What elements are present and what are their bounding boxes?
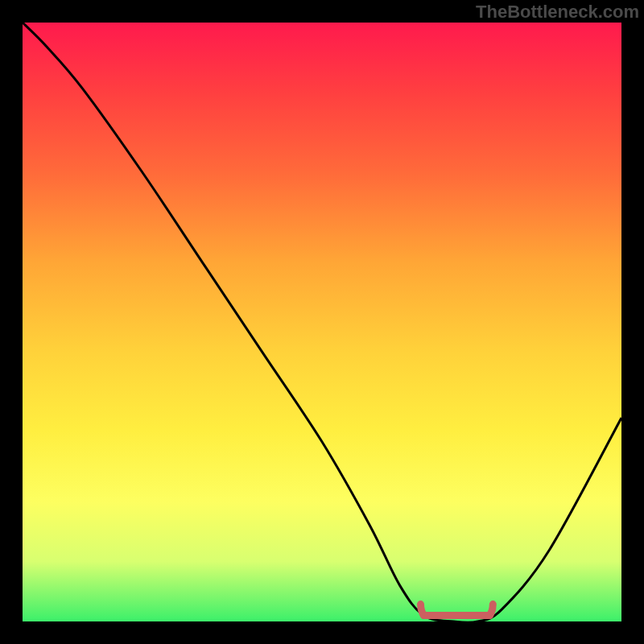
chart-frame: TheBottleneck.com — [0, 0, 644, 644]
brand-watermark: TheBottleneck.com — [476, 2, 639, 23]
chart-svg — [23, 23, 621, 621]
plot-area — [23, 23, 621, 621]
bottleneck-curve — [23, 23, 621, 621]
flat-minimum-marker — [420, 605, 493, 616]
